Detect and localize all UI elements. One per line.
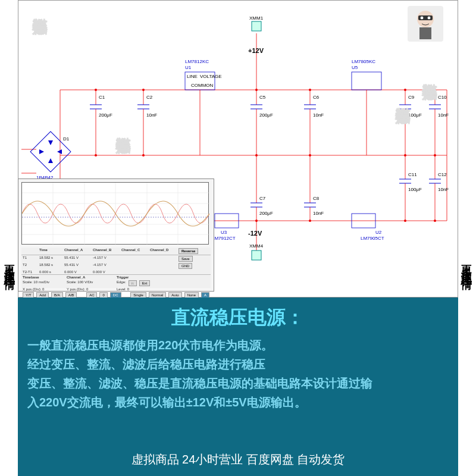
svg-rect-40 (352, 72, 381, 90)
svg-text:C7: C7 (259, 196, 266, 201)
svg-point-109 (404, 220, 406, 222)
svg-point-95 (95, 89, 97, 91)
capacitor-c2: C2 10nF (137, 90, 157, 155)
svg-text:10nF: 10nF (313, 112, 324, 118)
capacitor-c12: C12 10nF (429, 155, 449, 221)
svg-text:U3: U3 (221, 230, 227, 235)
gnd-button[interactable]: GND (178, 263, 192, 269)
svg-text:COMMON: COMMON (191, 83, 214, 88)
svg-text:10nF: 10nF (438, 112, 449, 118)
svg-text:C6: C6 (313, 95, 320, 100)
instrument-xmm1 (252, 21, 261, 31)
svg-point-97 (255, 89, 258, 91)
capacitor-c8: C8 10nF (304, 155, 324, 221)
scope-screen (21, 182, 209, 245)
capacitor-c11: C11 100μF (399, 155, 422, 221)
svg-text:LM7805KC: LM7805KC (352, 59, 375, 64)
svg-text:LM7912CT: LM7912CT (212, 236, 236, 241)
svg-point-110 (434, 220, 436, 222)
svg-text:200μF: 200μF (259, 112, 273, 118)
svg-text:10nF: 10nF (146, 112, 157, 118)
side-label-right: 更多描述见详情 (459, 256, 474, 273)
svg-text:C10: C10 (438, 95, 447, 100)
svg-text:200μF: 200μF (99, 112, 112, 118)
svg-marker-89 (48, 140, 53, 145)
svg-point-108 (309, 220, 311, 222)
svg-text:XMM1: XMM1 (249, 15, 264, 21)
save-button[interactable]: Save (178, 256, 193, 262)
svg-text:10nF: 10nF (313, 211, 324, 216)
svg-text:100μF: 100μF (408, 187, 422, 192)
description-panel: 直流稳压电源： 一般直流稳压电源都使用220伏市电作为电源。 经过变压、整流、滤… (18, 298, 458, 476)
svg-text:LM7905CT: LM7905CT (361, 236, 384, 241)
svg-text:C9: C9 (408, 95, 415, 100)
net-label-neg12v: -12V (248, 230, 262, 237)
svg-marker-92 (57, 149, 62, 154)
svg-text:C12: C12 (438, 172, 447, 177)
desc-title: 直流稳压电源： (27, 305, 449, 331)
ic-u5: U5 LM7805KC (352, 59, 381, 155)
svg-text:D1: D1 (63, 136, 70, 142)
svg-text:U2: U2 (375, 230, 382, 235)
scope-controls: Time Channel_A Channel_B Channel_C Chann… (21, 248, 211, 288)
svg-text:LM7812KC: LM7812KC (185, 59, 209, 64)
edge-rise-button[interactable]: ⎍ (129, 280, 137, 286)
bridge-rectifier: D1 1B4B42 (30, 131, 71, 180)
svg-point-96 (142, 89, 145, 91)
svg-point-103 (255, 154, 258, 156)
desc-line: 变压、整流、滤波、稳压是直流稳压电源的基础电路本设计通过输 (27, 374, 449, 393)
svg-point-105 (404, 154, 406, 156)
ext-button[interactable]: Ext (139, 280, 151, 286)
svg-text:C1: C1 (99, 95, 105, 100)
svg-point-102 (142, 154, 145, 156)
oscilloscope-panel: Time Channel_A Channel_B Channel_C Chann… (18, 178, 214, 292)
svg-text:200μF: 200μF (259, 211, 273, 216)
svg-text:U1: U1 (185, 65, 192, 70)
capacitor-c1: C1 200μF (90, 90, 112, 155)
svg-point-104 (309, 154, 311, 156)
desc-line: 经过变压、整流、滤波后给稳压电路进行稳压 (27, 355, 449, 374)
svg-text:100μF: 100μF (408, 112, 422, 118)
svg-point-98 (309, 89, 311, 91)
net-label-pos12v: +12V (248, 47, 264, 54)
svg-text:C8: C8 (313, 196, 320, 201)
svg-point-107 (255, 220, 258, 222)
svg-text:LINE: LINE (187, 74, 198, 79)
side-label-left: 更多描述见详情 (2, 256, 17, 273)
ic-u2: U2 LM7905CT (352, 214, 384, 241)
capacitor-c10: C10 10nF (429, 90, 449, 155)
ic-u3: U3 LM7912CT (212, 214, 239, 241)
desc-footer: 虚拟商品 24小时营业 百度网盘 自动发货 (18, 452, 458, 468)
svg-text:C2: C2 (146, 95, 153, 100)
svg-marker-91 (39, 149, 44, 154)
svg-point-106 (434, 154, 436, 156)
svg-text:10nF: 10nF (438, 187, 449, 192)
capacitor-c9: C9 100μF (399, 90, 422, 155)
svg-point-101 (95, 154, 97, 156)
svg-text:XMM4: XMM4 (249, 243, 264, 249)
capacitor-c7: C7 200μF (250, 155, 273, 221)
svg-point-99 (404, 89, 406, 91)
svg-marker-90 (48, 158, 53, 163)
svg-text:C5: C5 (259, 95, 266, 100)
avatar (408, 6, 443, 42)
svg-point-113 (420, 16, 424, 20)
svg-text:C11: C11 (408, 172, 417, 177)
capacitor-c5: C5 200μF (250, 90, 273, 155)
svg-point-100 (434, 89, 436, 91)
desc-line: 一般直流稳压电源都使用220伏市电作为电源。 (27, 336, 449, 355)
ic-u1: U1 LM7812KC LINE VOLTAGE COMMON (185, 59, 222, 155)
svg-text:U5: U5 (352, 65, 358, 70)
svg-point-114 (427, 16, 431, 20)
capacitor-c6: C6 10nF (304, 90, 324, 155)
desc-line: 入220V交流电，最终可以输出±12V和±5V电源输出。 (27, 393, 449, 412)
svg-rect-115 (419, 27, 431, 39)
instrument-xmm4 (252, 250, 261, 260)
svg-text:VOLTAGE: VOLTAGE (200, 74, 222, 79)
reverse-button[interactable]: Reverse (178, 248, 198, 254)
